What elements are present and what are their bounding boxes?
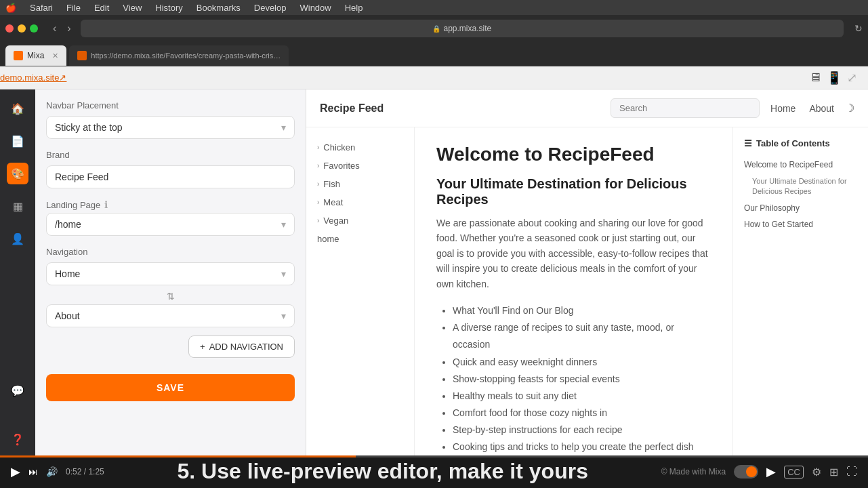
- list-icon: ☰: [744, 138, 752, 148]
- menu-safari[interactable]: Safari: [30, 3, 53, 13]
- chevron-right-icon: ›: [317, 162, 319, 169]
- sidebar-layout-icon[interactable]: ▦: [7, 195, 28, 217]
- tab-demo[interactable]: https://demo.mixa.site/Favorites/creamy-…: [69, 45, 289, 66]
- landing-page-label: Landing Page: [46, 200, 100, 210]
- leftnav-item-chicken[interactable]: › Chicken: [317, 138, 403, 157]
- leftnav-item-meat[interactable]: › Meat: [317, 193, 403, 211]
- captions-icon[interactable]: CC: [784, 466, 804, 479]
- nav-item-home-dropdown[interactable]: Home ▾: [46, 262, 295, 285]
- mobile-view-icon[interactable]: 📱: [827, 70, 842, 85]
- lock-icon: 🔒: [432, 25, 440, 33]
- tab-mixa[interactable]: Mixa ✕: [5, 45, 66, 66]
- nav-item-about-label: About: [55, 310, 80, 321]
- sidebar-design-icon[interactable]: 🎨: [7, 163, 28, 184]
- progress-fill: [0, 455, 356, 458]
- made-with-label: © Made with Mixa: [661, 467, 726, 476]
- toc-item[interactable]: Your Ultimate Destination for Delicious …: [744, 174, 857, 200]
- leftnav-item-home[interactable]: home: [317, 230, 403, 248]
- desktop-view-icon[interactable]: 🖥: [809, 70, 821, 85]
- sidebar-user-icon[interactable]: 👤: [7, 228, 28, 249]
- chevron-right-icon: ›: [317, 144, 319, 151]
- address-bar[interactable]: 🔒 app.mixa.site: [81, 20, 844, 37]
- brand-input[interactable]: [46, 165, 295, 188]
- preview-leftnav: › Chicken › Favorites › Fish › Meat ›: [306, 127, 415, 455]
- preview-navbar: Recipe Feed Home About ☽: [306, 89, 868, 127]
- grid-icon[interactable]: ⊞: [829, 466, 838, 479]
- preview-area: Recipe Feed Home About ☽ › Chicken › Fav…: [306, 89, 868, 455]
- landing-page-dropdown[interactable]: /home ▾: [46, 213, 295, 236]
- chevron-down-icon: ▾: [281, 268, 286, 279]
- dark-mode-toggle-icon[interactable]: ☽: [845, 102, 854, 115]
- sidebar-chat-icon[interactable]: 💬: [7, 380, 28, 401]
- menu-view[interactable]: View: [123, 3, 142, 13]
- landing-page-value: /home: [55, 219, 81, 230]
- leftnav-item-favorites[interactable]: › Favorites: [317, 157, 403, 175]
- forward-button[interactable]: ›: [63, 21, 75, 36]
- list-item: What You'll Find on Our Blog: [453, 302, 711, 319]
- leftnav-item-vegan[interactable]: › Vegan: [317, 211, 403, 230]
- sort-handle-icon[interactable]: ⇅: [46, 291, 295, 302]
- navbar-placement-dropdown[interactable]: Sticky at the top ▾: [46, 116, 295, 139]
- preview-main: Welcome to RecipeFeed Your Ultimate Dest…: [415, 127, 732, 455]
- browser-tabs: Mixa ✕ https://demo.mixa.site/Favorites/…: [0, 42, 868, 66]
- mixa-toolbar: demo.mixa.site↗ 🖥 📱 ⤢: [0, 66, 868, 89]
- menu-history[interactable]: History: [155, 3, 182, 13]
- play-icon-2[interactable]: ▶: [766, 464, 776, 479]
- sidebar-help-icon[interactable]: ❓: [7, 428, 28, 450]
- leftnav-home-label: home: [317, 234, 339, 244]
- leftnav-item-fish[interactable]: › Fish: [317, 175, 403, 193]
- app-container: 🏠 📄 🎨 ▦ 👤 💬 ❓ Navbar Placement Sticky at…: [0, 89, 868, 455]
- menu-file[interactable]: File: [66, 3, 81, 13]
- toc-title: ☰ Table of Contents: [744, 138, 857, 148]
- reload-icon[interactable]: ↻: [854, 23, 863, 34]
- toc-item[interactable]: How to Get Started: [744, 216, 857, 233]
- settings-icon[interactable]: ⚙: [812, 466, 821, 479]
- progress-bar[interactable]: [0, 455, 868, 458]
- save-button[interactable]: SAVE: [46, 374, 295, 401]
- tab-demo-favicon: [77, 51, 87, 60]
- preview-nav-about[interactable]: About: [809, 103, 834, 114]
- back-button[interactable]: ‹: [49, 21, 60, 36]
- toggle-switch[interactable]: [734, 465, 758, 479]
- nav-item-about-dropdown[interactable]: About ▾: [46, 304, 295, 327]
- preview-nav-links: Home About: [770, 103, 834, 114]
- sidebar-home-icon[interactable]: 🏠: [7, 98, 28, 119]
- url-text: app.mixa.site: [443, 24, 491, 33]
- add-navigation-button[interactable]: + ADD NAVIGATION: [188, 336, 295, 358]
- volume-button[interactable]: 🔊: [46, 466, 58, 477]
- macos-menu[interactable]: 🍎 Safari File Edit View History Bookmark…: [5, 3, 363, 13]
- list-item: Cooking tips and tricks to help you crea…: [453, 439, 711, 455]
- preview-brand: Recipe Feed: [320, 102, 384, 115]
- menu-bookmarks[interactable]: Bookmarks: [197, 3, 241, 13]
- preview-search-input[interactable]: [611, 98, 760, 118]
- apple-menu[interactable]: 🍎: [5, 3, 16, 13]
- fullscreen-icon[interactable]: ⛶: [846, 466, 857, 478]
- nav-buttons[interactable]: ‹ ›: [49, 21, 75, 36]
- fullscreen-button[interactable]: [30, 24, 38, 33]
- menu-develop[interactable]: Develop: [254, 3, 287, 13]
- menu-window[interactable]: Window: [299, 3, 331, 13]
- toc-list: Welcome to RecipeFeed Your Ultimate Dest…: [744, 157, 857, 233]
- tab-mixa-label: Mixa: [27, 51, 44, 60]
- toc-item[interactable]: Our Philosophy: [744, 200, 857, 217]
- menu-help[interactable]: Help: [345, 3, 363, 13]
- list-item: Healthy meals to suit any diet: [453, 388, 711, 405]
- tab-close-icon[interactable]: ✕: [52, 52, 58, 60]
- main-intro: We are passionate about cooking and shar…: [436, 216, 711, 291]
- sidebar-pages-icon[interactable]: 📄: [7, 130, 28, 152]
- close-button[interactable]: [5, 24, 14, 33]
- play-button[interactable]: ▶: [11, 464, 20, 479]
- skip-button[interactable]: ⏭: [28, 466, 38, 477]
- toc-item[interactable]: Welcome to RecipeFeed: [744, 157, 857, 174]
- demo-url-link[interactable]: demo.mixa.site↗: [0, 73, 66, 83]
- menu-edit[interactable]: Edit: [94, 3, 109, 13]
- leftnav-fish-label: Fish: [323, 179, 340, 189]
- list-item: Step-by-step instructions for each recip…: [453, 422, 711, 439]
- expand-view-icon[interactable]: ⤢: [847, 70, 857, 85]
- list-item: Comfort food for those cozy nights in: [453, 405, 711, 422]
- minimize-button[interactable]: [18, 24, 26, 33]
- preview-nav-home[interactable]: Home: [770, 103, 795, 114]
- macos-title-bar: 🍎 Safari File Edit View History Bookmark…: [0, 0, 868, 15]
- nav-item-home-row: Home ▾: [46, 262, 295, 285]
- leftnav-chicken-label: Chicken: [323, 142, 355, 152]
